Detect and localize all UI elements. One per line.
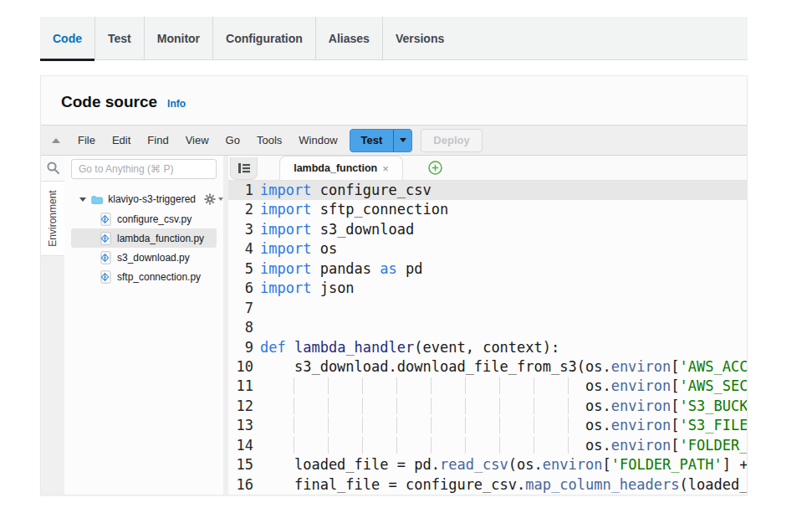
ide-menubar: FileEditFindViewGoToolsWindow Test Deplo… xyxy=(41,125,747,156)
code-line-8[interactable]: 8 xyxy=(228,318,747,337)
plus-icon xyxy=(428,161,442,175)
code-line-4[interactable]: 4import os xyxy=(228,239,747,259)
editor-panel: lambda_function × 1import configure_csv2… xyxy=(228,156,747,495)
chevron-down-icon xyxy=(400,138,406,142)
menu-find[interactable]: Find xyxy=(147,134,168,146)
tab-configuration[interactable]: Configuration xyxy=(212,17,315,59)
test-button[interactable]: Test xyxy=(350,129,413,152)
line-text: loaded_file = pd.read_csv(os.environ['FO… xyxy=(253,455,747,475)
line-number: 9 xyxy=(228,338,253,357)
menu-window[interactable]: Window xyxy=(299,134,337,146)
line-text: import os xyxy=(253,239,747,259)
code-line-7[interactable]: 7 xyxy=(228,299,747,318)
collapse-pane-button[interactable] xyxy=(48,138,64,143)
folder-name: klaviyo-s3-triggered xyxy=(108,193,196,205)
code-line-1[interactable]: 1import configure_csv xyxy=(228,181,747,200)
line-number: 3 xyxy=(228,220,253,239)
line-number: 11 xyxy=(228,377,253,396)
line-number: 4 xyxy=(228,239,253,259)
line-text: final_file = configure_csv.map_column_he… xyxy=(253,475,747,495)
tab-label: Aliases xyxy=(329,32,370,45)
deploy-button[interactable]: Deploy xyxy=(421,129,482,152)
code-editor[interactable]: 1import configure_csv2import sftp_connec… xyxy=(228,181,747,495)
tab-label: Versions xyxy=(396,32,444,45)
test-dropdown-button[interactable] xyxy=(393,130,411,151)
code-line-2[interactable]: 2import sftp_connection xyxy=(228,200,747,219)
tree-file-s3_download-py[interactable]: s3_download.py xyxy=(71,248,217,267)
line-number: 16 xyxy=(228,475,253,495)
code-line-9[interactable]: 9def lambda_handler(event, context): xyxy=(228,338,747,357)
file-name: lambda_function.py xyxy=(117,233,204,244)
code-line-14[interactable]: 14 os.environ['FOLDER_PATH']) xyxy=(228,436,747,455)
code-source-header: Code source Info xyxy=(41,76,747,125)
code-line-15[interactable]: 15 loaded_file = pd.read_csv(os.environ[… xyxy=(228,455,747,475)
tab-list-button[interactable] xyxy=(230,157,258,180)
line-text: def lambda_handler(event, context): xyxy=(253,338,747,357)
caret-down-icon[interactable] xyxy=(79,198,86,202)
python-file-icon xyxy=(100,213,111,226)
line-number: 7 xyxy=(228,299,253,318)
tab-versions[interactable]: Versions xyxy=(382,17,457,59)
chevron-down-icon xyxy=(218,198,223,201)
line-number: 5 xyxy=(228,259,253,279)
tab-monitor[interactable]: Monitor xyxy=(144,17,212,59)
code-line-12[interactable]: 12 os.environ['S3_BUCKET'], xyxy=(228,397,747,416)
code-line-10[interactable]: 10 s3_download.download_file_from_s3(os.… xyxy=(228,357,747,377)
gear-icon xyxy=(204,193,216,205)
line-text: import configure_csv xyxy=(253,181,747,200)
menu-tools[interactable]: Tools xyxy=(257,134,282,146)
tab-test[interactable]: Test xyxy=(94,17,144,59)
code-line-16[interactable]: 16 final_file = configure_csv.map_column… xyxy=(228,475,747,495)
tree-file-lambda_function-py[interactable]: lambda_function.py xyxy=(71,228,217,248)
tab-label: Monitor xyxy=(157,32,200,45)
editor-tab-lambda-function[interactable]: lambda_function × xyxy=(279,156,403,180)
code-line-13[interactable]: 13 os.environ['S3_FILE_NAME'], xyxy=(228,416,747,435)
python-file-icon xyxy=(100,270,111,284)
file-name: s3_download.py xyxy=(117,252,190,264)
function-tabs: CodeTestMonitorConfigurationAliasesVersi… xyxy=(40,17,748,60)
tree-file-configure_csv-py[interactable]: configure_csv.py xyxy=(71,209,217,228)
environment-label: Environment xyxy=(47,190,59,246)
close-icon[interactable]: × xyxy=(382,162,389,175)
file-name: sftp_connection.py xyxy=(117,271,201,283)
new-tab-button[interactable] xyxy=(428,161,442,175)
editor-tabbar: lambda_function × xyxy=(228,156,747,181)
line-text: import s3_download xyxy=(253,220,747,239)
code-line-5[interactable]: 5import pandas as pd xyxy=(228,259,747,279)
page-title: Code source xyxy=(61,93,157,111)
ide-menus: FileEditFindViewGoToolsWindow xyxy=(78,134,338,146)
search-icon[interactable] xyxy=(46,161,60,175)
tab-label: Configuration xyxy=(226,32,303,45)
tab-list-icon xyxy=(238,163,250,173)
line-number: 13 xyxy=(228,416,253,435)
menu-go[interactable]: Go xyxy=(226,134,240,146)
line-number: 6 xyxy=(228,279,253,298)
code-line-3[interactable]: 3import s3_download xyxy=(228,220,747,239)
line-text: os.environ['AWS_SECRET_KEY'], xyxy=(253,377,747,396)
ide-body: Environment klaviyo-s3-triggered xyxy=(41,156,747,495)
tab-aliases[interactable]: Aliases xyxy=(315,17,382,59)
code-source-panel: Code source Info FileEditFindViewGoTools… xyxy=(40,75,748,495)
line-number: 2 xyxy=(228,200,253,219)
line-text: os.environ['S3_BUCKET'], xyxy=(253,397,747,416)
line-text: os.environ['FOLDER_PATH']) xyxy=(253,436,747,455)
menu-file[interactable]: File xyxy=(78,134,95,146)
menu-view[interactable]: View xyxy=(186,134,209,146)
tab-environment[interactable]: Environment xyxy=(41,181,64,256)
tree-folder-row[interactable]: klaviyo-s3-triggered xyxy=(64,189,223,209)
tab-label: Test xyxy=(108,32,131,45)
menu-edit[interactable]: Edit xyxy=(112,134,130,146)
line-number: 12 xyxy=(228,397,253,416)
tree-settings-button[interactable] xyxy=(204,193,223,205)
goto-anything-input[interactable] xyxy=(71,159,217,179)
tab-code[interactable]: Code xyxy=(40,17,94,59)
active-tab-indicator xyxy=(40,59,94,61)
line-text: s3_download.download_file_from_s3(os.env… xyxy=(253,357,747,377)
info-link[interactable]: Info xyxy=(167,98,186,110)
code-line-6[interactable]: 6import json xyxy=(228,279,747,298)
code-line-11[interactable]: 11 os.environ['AWS_SECRET_KEY'], xyxy=(228,377,747,396)
line-number: 8 xyxy=(228,318,253,337)
tree-file-sftp_connection-py[interactable]: sftp_connection.py xyxy=(71,267,217,286)
tab-label: Code xyxy=(53,32,82,45)
line-text: import pandas as pd xyxy=(253,259,747,279)
